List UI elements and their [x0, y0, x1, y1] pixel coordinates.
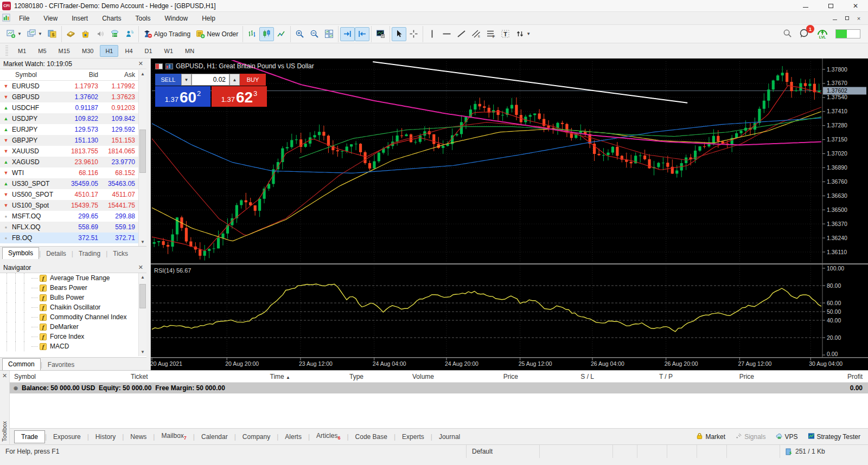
horizontal-line-button[interactable]: [439, 27, 454, 41]
timeframe-m5[interactable]: M5: [33, 45, 52, 57]
candles-chart-button[interactable]: [259, 27, 274, 41]
toolbox-link-signals[interactable]: Signals: [735, 432, 765, 441]
equidistant-channel-button[interactable]: E: [469, 27, 483, 41]
toolbox-close-icon[interactable]: ✕: [2, 372, 7, 379]
trade-column-volume[interactable]: Volume: [368, 373, 438, 380]
tab-details[interactable]: Details: [41, 248, 72, 259]
sell-quote-panel[interactable]: 1.37 60 2: [155, 86, 210, 107]
new-order-button[interactable]: New Order: [193, 27, 241, 41]
column-bid[interactable]: Bid: [65, 71, 101, 79]
trade-column-price[interactable]: Price: [438, 373, 522, 380]
depth-of-market-icon[interactable]: [155, 63, 163, 69]
dropdown-caret-icon[interactable]: ▼: [17, 31, 22, 36]
indicators-window-button[interactable]: [373, 27, 388, 41]
scroll-up-icon[interactable]: ▲: [139, 70, 146, 78]
close-button[interactable]: ✕: [843, 0, 868, 12]
market-watch-row[interactable]: ●MSFT.OQ299.65299.88: [0, 211, 146, 222]
navigator-header[interactable]: Navigator ✕: [0, 262, 146, 273]
trade-column-sl[interactable]: S / L: [522, 373, 598, 380]
navigator-close-icon[interactable]: ✕: [138, 264, 143, 271]
menu-insert[interactable]: Insert: [65, 13, 95, 24]
buy-quote-panel[interactable]: 1.37 62 3: [212, 86, 267, 107]
timeframe-h1[interactable]: H1: [100, 45, 118, 57]
virtual-hosting-button[interactable]: [107, 27, 122, 41]
vertical-splitter[interactable]: [146, 59, 151, 370]
market-watch-row[interactable]: ▲XAGUSD23.961023.9770: [0, 157, 146, 167]
volume-input[interactable]: 0.02: [192, 74, 229, 86]
trade-column-price[interactable]: Price: [677, 373, 758, 380]
toolbox-tab-mailbox[interactable]: Mailbox7: [155, 430, 193, 443]
market-panel-button[interactable]: [78, 27, 93, 41]
market-watch-toggle-button[interactable]: $: [45, 27, 60, 41]
dropdown-caret-icon[interactable]: ▼: [38, 31, 42, 36]
fibonacci-button[interactable]: F: [483, 27, 498, 41]
dropdown-caret-icon[interactable]: ▼: [526, 31, 531, 36]
toolbox-tab-exposure[interactable]: Exposure: [47, 431, 87, 443]
menu-file[interactable]: File: [12, 13, 36, 24]
toolbox-link-market[interactable]: Market: [696, 432, 725, 441]
crosshair-button[interactable]: [406, 27, 421, 41]
timeframe-m30[interactable]: M30: [76, 45, 99, 57]
navigator-item-average-true-range[interactable]: fAverage True Range: [0, 273, 146, 283]
mdi-restore-button[interactable]: [841, 14, 853, 23]
menu-charts[interactable]: Charts: [95, 13, 128, 24]
column-symbol[interactable]: Symbol: [0, 71, 65, 79]
trade-column-time[interactable]: Time ▲: [243, 373, 295, 380]
buy-button[interactable]: BUY: [240, 74, 266, 86]
tab-symbols[interactable]: Symbols: [2, 247, 39, 260]
profile-indicator[interactable]: Default: [467, 445, 540, 458]
scroll-down-icon[interactable]: ▼: [139, 348, 146, 356]
timeframe-m15[interactable]: M15: [53, 45, 75, 57]
navigator-item-macd[interactable]: fMACD: [0, 341, 146, 351]
sell-button[interactable]: SELL: [155, 74, 181, 86]
tab-common[interactable]: Common: [2, 358, 41, 371]
toolbox-tab-calendar[interactable]: Calendar: [195, 431, 234, 443]
timeframe-w1[interactable]: W1: [159, 45, 179, 57]
navigator-item-bulls-power[interactable]: fBulls Power: [0, 293, 146, 302]
vertical-line-button[interactable]: [425, 27, 439, 41]
menu-tools[interactable]: Tools: [129, 13, 158, 24]
line-chart-button[interactable]: [274, 27, 289, 41]
scrollbar-thumb[interactable]: [139, 130, 146, 173]
maximize-button[interactable]: [818, 0, 843, 12]
market-watch-row[interactable]: ▲US30_SPOT35459.0535463.05: [0, 178, 146, 189]
navigator-scrollbar[interactable]: ▲ ▼: [138, 273, 146, 356]
menu-help[interactable]: Help: [195, 13, 222, 24]
volume-increase-button[interactable]: ▲: [229, 74, 240, 86]
market-watch-row[interactable]: ▼XAUUSD1813.7551814.065: [0, 146, 146, 157]
market-watch-row[interactable]: ▼WTI68.11668.152: [0, 167, 146, 178]
navigator-item-force-index[interactable]: fForce Index: [0, 332, 146, 341]
market-watch-row[interactable]: ●NFLX.OQ558.69559.19: [0, 222, 146, 232]
signals-button[interactable]: [122, 27, 137, 41]
search-icon[interactable]: [783, 29, 792, 40]
timeframe-d1[interactable]: D1: [139, 45, 158, 57]
notifications-icon[interactable]: 1: [800, 28, 809, 40]
timeframe-mn[interactable]: MN: [180, 45, 200, 57]
zoom-out-button[interactable]: [307, 27, 322, 41]
zoom-in-button[interactable]: [292, 27, 307, 41]
trade-column-tp[interactable]: T / P: [598, 373, 677, 380]
tab-ticks[interactable]: Ticks: [107, 248, 133, 259]
scroll-down-icon[interactable]: ▼: [139, 238, 146, 246]
trade-column-profit[interactable]: Profit: [758, 373, 867, 380]
scrollbar-thumb[interactable]: [139, 284, 146, 308]
market-watch-row[interactable]: ▼US500_SPOT4510.174511.07: [0, 189, 146, 200]
chart-shift-button[interactable]: [355, 27, 369, 41]
timeframe-m1[interactable]: M1: [12, 45, 31, 57]
bars-chart-button[interactable]: [245, 27, 259, 41]
tile-windows-button[interactable]: [322, 27, 336, 41]
trade-column-type[interactable]: Type: [295, 373, 368, 380]
market-watch-header[interactable]: Market Watch: 10:19:05 ✕: [0, 59, 146, 69]
toolbox-tab-experts[interactable]: Experts: [395, 431, 431, 443]
toolbox-link-vps[interactable]: VPS: [776, 432, 798, 441]
trade-column-symbol[interactable]: Symbol: [10, 373, 126, 380]
tab-trading[interactable]: Trading: [73, 248, 106, 259]
tab-favorites[interactable]: Favorites: [42, 359, 80, 370]
toolbox-tab-code-base[interactable]: Code Base: [349, 431, 394, 443]
navigator-item-demarker[interactable]: fDeMarker: [0, 322, 146, 332]
market-watch-row[interactable]: ▼US100_Spot15439.7515441.75: [0, 200, 146, 211]
market-watch-row[interactable]: ▼EURUSD1.179731.17992: [0, 81, 146, 92]
chart-profiles-button[interactable]: ▼: [24, 27, 45, 41]
volume-decrease-button[interactable]: ▼: [181, 74, 192, 86]
navigator-item-chaikin-oscillator[interactable]: fChaikin Oscillator: [0, 302, 146, 312]
